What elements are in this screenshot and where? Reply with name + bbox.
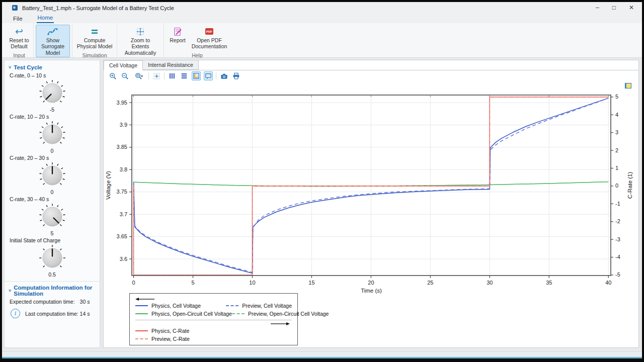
zoom-in-button[interactable] xyxy=(108,71,117,80)
legend-line-sample xyxy=(226,305,238,306)
zoom-to-extents-button[interactable]: Zoom to Extents Automatically xyxy=(119,25,162,57)
svg-text:4: 4 xyxy=(615,112,618,118)
info-icon: i xyxy=(11,309,20,318)
chart-legend: Physics, Cell Voltage Preview, Cell Volt… xyxy=(129,293,298,345)
menu-file[interactable]: File xyxy=(12,16,24,23)
x-grid-toggle[interactable] xyxy=(180,71,189,80)
svg-text:3.8: 3.8 xyxy=(120,166,127,172)
printer-icon xyxy=(232,72,240,80)
legend-line-sample xyxy=(232,313,245,314)
toolbar-separator xyxy=(216,72,216,79)
svg-text:5: 5 xyxy=(615,94,618,100)
svg-text:30: 30 xyxy=(487,280,493,286)
legend-icon xyxy=(205,72,212,79)
zoom-extents-icon xyxy=(153,72,160,80)
legend-line-sample xyxy=(135,338,148,339)
legend-line-sample xyxy=(135,330,148,331)
dropdown-caret-icon: ▾ xyxy=(141,74,143,78)
status-bar xyxy=(2,351,642,357)
svg-text:-4: -4 xyxy=(615,254,620,260)
print-button[interactable] xyxy=(231,71,240,80)
tab-internal-resistance[interactable]: Internal Resistance xyxy=(142,60,199,70)
legend-line-sample xyxy=(135,305,148,306)
reset-to-default-button[interactable]: ↩ Reset to Default xyxy=(7,25,31,51)
legend-toggle[interactable] xyxy=(204,71,213,80)
open-pdf-documentation-button[interactable]: PDF Open PDF Documentation xyxy=(190,25,228,51)
app-window: Battery_Test_1.mph - Surrogate Model of … xyxy=(2,2,642,358)
ribbon-group-results: Zoom to Extents Automatically Results xyxy=(117,23,164,57)
knob-block: C-rate, 20 – 30 s 0 xyxy=(9,155,96,195)
c-rate-10-20-knob[interactable] xyxy=(9,120,96,149)
axes-toggle[interactable] xyxy=(192,71,201,80)
plot-tab-bar: Cell Voltage Internal Resistance xyxy=(104,60,638,70)
knob-value: -5 xyxy=(9,107,96,113)
knob-label: C-rate, 20 – 30 s xyxy=(10,155,96,161)
svg-text:10: 10 xyxy=(249,280,255,286)
show-surrogate-model-button[interactable]: Show Surrogate Model xyxy=(36,25,70,57)
knob-block: C-rate, 10 – 20 s 0 xyxy=(9,114,96,154)
y-grid-toggle[interactable] xyxy=(168,71,177,80)
expected-time-value: 30 s xyxy=(80,299,90,305)
svg-text:-1: -1 xyxy=(615,201,620,207)
zoom-out-button[interactable] xyxy=(120,71,129,80)
section-computation-info[interactable]: ˅ Computation Information for Simulation xyxy=(9,285,96,297)
vertical-grid-icon xyxy=(169,72,176,79)
menu-bar: File Home xyxy=(2,14,642,23)
right-axis-arrow-icon xyxy=(270,322,290,326)
app-icon xyxy=(12,5,18,11)
knob-value: 0.5 xyxy=(9,272,96,278)
c-rate-20-30-knob[interactable] xyxy=(9,161,96,190)
chevron-down-icon: ˅ xyxy=(9,288,11,293)
maximize-button[interactable]: □ xyxy=(612,2,616,14)
legend-line-sample xyxy=(135,313,148,314)
graph-toolbar: ▾ xyxy=(104,70,638,81)
compute-physical-model-button[interactable]: Compute Physical Model xyxy=(74,25,115,51)
svg-text:3.9: 3.9 xyxy=(120,122,127,128)
svg-text:0: 0 xyxy=(615,183,618,189)
section-test-cycle[interactable]: ˅ Test Cycle xyxy=(9,64,96,70)
svg-text:15: 15 xyxy=(308,280,314,286)
svg-text:25: 25 xyxy=(427,280,433,286)
toolbar-separator xyxy=(148,72,149,79)
snapshot-button[interactable] xyxy=(219,71,228,80)
ribbon: ↩ Reset to Default Input Show Surrogate xyxy=(2,23,642,58)
knob-label: C-rate, 0 – 10 s xyxy=(10,72,96,78)
legend-label: Physics, Cell Voltage xyxy=(151,303,201,309)
svg-text:C-Rate (1): C-Rate (1) xyxy=(627,171,633,199)
report-button[interactable]: Report xyxy=(166,25,189,51)
svg-text:3.75: 3.75 xyxy=(117,189,127,195)
ribbon-group-help: Report PDF Open PDF Documentation Help xyxy=(164,23,230,57)
minimize-button[interactable]: – xyxy=(596,2,599,14)
svg-text:3.6: 3.6 xyxy=(120,256,127,262)
close-button[interactable]: ✕ xyxy=(629,2,634,14)
tab-cell-voltage[interactable]: Cell Voltage xyxy=(104,60,143,70)
zoom-extents-icon xyxy=(135,27,145,37)
expected-time-label: Expected computation time: xyxy=(10,299,75,305)
plot-area[interactable]: 3.63.653.73.753.83.853.93.95051015202530… xyxy=(104,81,637,299)
svg-text:3.65: 3.65 xyxy=(117,233,127,239)
menu-home[interactable]: Home xyxy=(37,15,54,23)
svg-text:Voltage (V): Voltage (V) xyxy=(105,171,111,200)
content-area: ˅ Test Cycle C-rate, 0 – 10 s -5 C-rate,… xyxy=(2,58,642,350)
zoom-extents-button[interactable] xyxy=(152,71,161,80)
legend-divider xyxy=(135,320,292,320)
toolbar-separator xyxy=(164,72,165,79)
svg-text:40: 40 xyxy=(605,280,611,286)
legend-label: Physics, C-Rate xyxy=(151,328,189,334)
c-rate-0-10-knob[interactable] xyxy=(9,78,96,108)
ribbon-group-preview: Show Surrogate Model Preview xyxy=(34,23,72,57)
svg-text:5: 5 xyxy=(191,280,194,286)
svg-text:-3: -3 xyxy=(615,236,620,242)
ribbon-group-simulation: Compute Physical Model Simulation xyxy=(72,23,117,57)
svg-text:0: 0 xyxy=(132,280,135,286)
report-icon xyxy=(173,27,183,37)
title-bar: Battery_Test_1.mph - Surrogate Model of … xyxy=(2,2,642,14)
surrogate-curve-icon xyxy=(47,27,58,37)
zoom-box-button[interactable]: ▾ xyxy=(132,71,145,80)
svg-text:-5: -5 xyxy=(615,272,620,278)
knob-label: C-rate, 30 – 40 s xyxy=(10,196,96,202)
legend-label: Preview, C-Rate xyxy=(151,336,190,342)
c-rate-30-40-knob[interactable] xyxy=(9,202,96,231)
divider xyxy=(5,281,100,282)
initial-state-of-charge-knob[interactable] xyxy=(9,243,96,273)
